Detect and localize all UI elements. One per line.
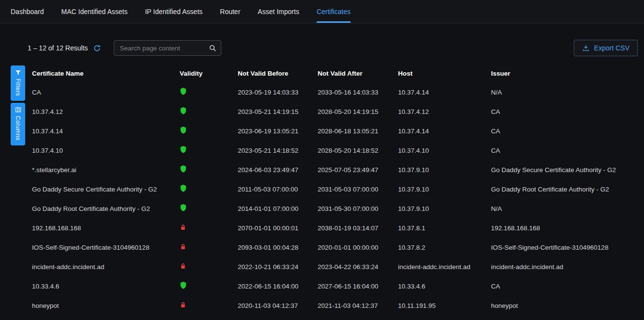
refresh-button[interactable] [93, 44, 101, 52]
cell-not-valid-before: 2020-11-03 04:12:37 [233, 296, 313, 315]
cell-not-valid-before: 2011-05-03 07:00:00 [233, 179, 313, 199]
cell-host: 10.33.4.6 [394, 276, 487, 296]
cell-certificate-name: Go Daddy Secure Certificate Authority - … [28, 179, 175, 199]
tab-asset-imports[interactable]: Asset Imports [258, 0, 299, 23]
invalid-lock-icon [180, 262, 186, 270]
cell-not-valid-before: 2024-06-03 23:49:47 [233, 160, 313, 179]
cell-host: 10.37.4.14 [394, 82, 487, 102]
valid-shield-icon [180, 126, 187, 134]
columns-icon [15, 107, 21, 113]
cell-issuer: CA [487, 276, 638, 296]
invalid-lock-icon [180, 243, 186, 251]
table-row[interactable]: 10.33.4.62022-06-15 16:04:002027-06-15 1… [28, 276, 638, 296]
export-csv-label: Export CSV [594, 44, 629, 52]
cell-not-valid-after: 2020-01-01 00:00:00 [313, 238, 394, 257]
column-header-issuer[interactable]: Issuer [487, 64, 638, 82]
cell-not-valid-after: 2027-06-15 16:04:00 [313, 276, 394, 296]
cell-issuer: honeypot [487, 296, 638, 315]
nav-tabs: DashboardMAC Identified AssetsIP Identif… [11, 0, 368, 23]
cell-issuer: N/A [487, 82, 638, 102]
cell-not-valid-before: 2023-05-19 14:03:33 [233, 82, 313, 102]
cell-not-valid-after: 2021-11-03 04:12:37 [313, 296, 394, 315]
table-body: CA2023-05-19 14:03:332033-05-16 14:03:33… [28, 82, 638, 315]
cell-validity [175, 257, 233, 276]
cell-certificate-name: 10.37.4.14 [28, 121, 175, 141]
cell-validity [175, 296, 233, 315]
cell-issuer: 192.168.168.168 [487, 218, 638, 238]
table-row[interactable]: Go Daddy Secure Certificate Authority - … [28, 179, 638, 199]
cell-validity [175, 238, 233, 257]
tab-dashboard[interactable]: Dashboard [11, 0, 44, 23]
search-input[interactable] [119, 44, 209, 52]
cell-validity [175, 102, 233, 121]
cell-issuer: CA [487, 121, 638, 141]
refresh-icon [93, 44, 101, 52]
cell-certificate-name: incident-addc.incident.ad [28, 257, 175, 276]
column-header-not-valid-before[interactable]: Not Valid Before [233, 64, 313, 82]
table-row[interactable]: CA2023-05-19 14:03:332033-05-16 14:03:33… [28, 82, 638, 102]
table-row[interactable]: *.stellarcyber.ai2024-06-03 23:49:472025… [28, 160, 638, 179]
column-header-not-valid-after[interactable]: Not Valid After [313, 64, 394, 82]
tab-router[interactable]: Router [220, 0, 240, 23]
valid-shield-icon [180, 204, 187, 212]
cell-issuer: IOS-Self-Signed-Certificate-3104960128 [487, 238, 638, 257]
filters-button[interactable]: Filters [11, 65, 25, 101]
cell-not-valid-after: 2028-06-18 13:05:21 [313, 121, 394, 141]
valid-shield-icon [180, 184, 187, 192]
cell-not-valid-after: 2038-01-19 03:14:07 [313, 218, 394, 238]
cell-host: 10.37.4.10 [394, 141, 487, 160]
column-header-host[interactable]: Host [394, 64, 487, 82]
cell-host: 10.37.9.10 [394, 199, 487, 218]
cell-certificate-name: 192.168.168.168 [28, 218, 175, 238]
cell-not-valid-after: 2031-05-03 07:00:00 [313, 179, 394, 199]
cell-host: 10.37.8.2 [394, 238, 487, 257]
cell-not-valid-before: 2023-05-21 14:19:15 [233, 102, 313, 121]
cell-issuer: N/A [487, 199, 638, 218]
cell-not-valid-after: 2031-05-30 07:00:00 [313, 199, 394, 218]
search-box [114, 40, 221, 56]
cell-not-valid-before: 2023-06-19 13:05:21 [233, 121, 313, 141]
cell-validity [175, 82, 233, 102]
column-header-validity[interactable]: Validity [175, 64, 233, 82]
cell-not-valid-before: 2070-01-01 00:00:01 [233, 218, 313, 238]
cell-host: 10.37.9.10 [394, 160, 487, 179]
cell-validity [175, 141, 233, 160]
cell-not-valid-after: 2033-05-16 14:03:33 [313, 82, 394, 102]
valid-shield-icon [180, 87, 187, 96]
cell-not-valid-after: 2028-05-20 14:19:15 [313, 102, 394, 121]
certificates-table: Certificate NameValidityNot Valid Before… [28, 64, 638, 315]
cell-validity [175, 276, 233, 296]
cell-certificate-name: 10.33.4.6 [28, 276, 175, 296]
tab-certificates[interactable]: Certificates [317, 0, 351, 23]
export-csv-button[interactable]: Export CSV [574, 40, 638, 56]
filters-label: Filters [15, 79, 21, 96]
cell-certificate-name: IOS-Self-Signed-Certificate-3104960128 [28, 238, 175, 257]
table-row[interactable]: honeypot2020-11-03 04:12:372021-11-03 04… [28, 296, 638, 315]
cell-validity [175, 160, 233, 179]
search-icon[interactable] [209, 44, 217, 52]
table-row[interactable]: 10.37.4.102023-05-21 14:18:522028-05-20 … [28, 141, 638, 160]
tab-mac-identified-assets[interactable]: MAC Identified Assets [61, 0, 128, 23]
table-row[interactable]: 10.37.4.142023-06-19 13:05:212028-06-18 … [28, 121, 638, 141]
valid-shield-icon [180, 165, 187, 173]
column-header-certificate-name[interactable]: Certificate Name [28, 64, 175, 82]
cell-certificate-name: 10.37.4.10 [28, 141, 175, 160]
cell-host: 10.37.8.1 [394, 218, 487, 238]
cell-not-valid-before: 2022-06-15 16:04:00 [233, 276, 313, 296]
cell-not-valid-before: 2023-05-21 14:18:52 [233, 141, 313, 160]
table-row[interactable]: 10.37.4.122023-05-21 14:19:152028-05-20 … [28, 102, 638, 121]
table-row[interactable]: IOS-Self-Signed-Certificate-310496012820… [28, 238, 638, 257]
cell-validity [175, 218, 233, 238]
cell-not-valid-after: 2023-04-22 06:33:24 [313, 257, 394, 276]
cell-certificate-name: 10.37.4.12 [28, 102, 175, 121]
download-icon [582, 44, 590, 52]
cell-validity [175, 121, 233, 141]
table-row[interactable]: incident-addc.incident.ad2022-10-21 06:3… [28, 257, 638, 276]
cell-host: 10.11.191.95 [394, 296, 487, 315]
cell-not-valid-before: 2093-03-01 00:04:28 [233, 238, 313, 257]
top-nav: DashboardMAC Identified AssetsIP Identif… [0, 0, 644, 23]
table-row[interactable]: 192.168.168.1682070-01-01 00:00:012038-0… [28, 218, 638, 238]
columns-button[interactable]: Columns [11, 103, 25, 145]
tab-ip-identified-assets[interactable]: IP Identified Assets [145, 0, 202, 23]
table-row[interactable]: Go Daddy Root Certificate Authority - G2… [28, 199, 638, 218]
